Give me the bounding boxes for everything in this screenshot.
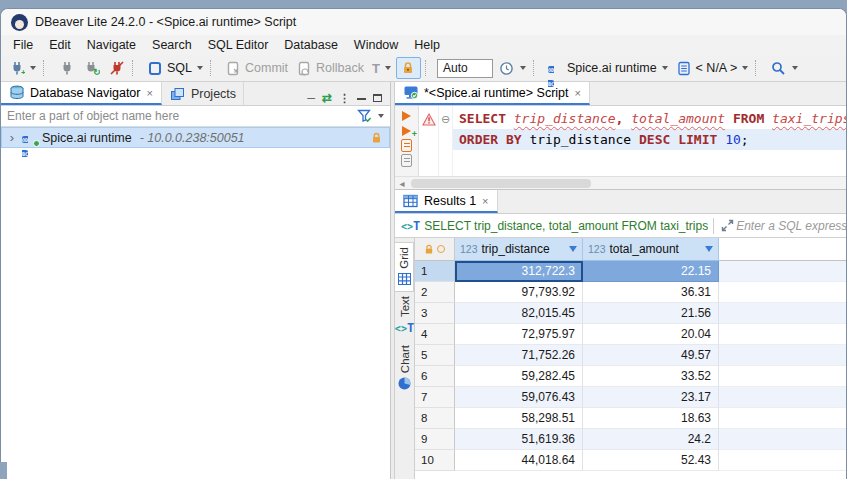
maximize-icon[interactable] [373, 94, 382, 102]
grid-cell[interactable]: 97,793.92 [455, 282, 583, 303]
execute-script-disabled-button[interactable] [401, 154, 412, 167]
editor-hscrollbar[interactable]: ◂ [395, 176, 846, 189]
menu-item-edit[interactable]: Edit [41, 35, 79, 55]
grid-cell[interactable]: 23.17 [583, 387, 719, 408]
connect-button[interactable] [55, 57, 78, 79]
rollback-button[interactable]: Rollback [293, 57, 367, 79]
sort-desc-icon[interactable] [705, 246, 713, 252]
tab-database-navigator[interactable]: Database Navigator × [1, 82, 162, 105]
tab-results-1[interactable]: Results 1 × [395, 190, 498, 213]
grid-cell[interactable]: 44,018.64 [455, 450, 583, 471]
row-number[interactable]: 4 [415, 324, 455, 345]
commit-button[interactable]: Commit [222, 57, 291, 79]
transaction-mode-button[interactable]: T [369, 57, 394, 79]
sql-line[interactable]: ORDER BY trip_distance DESC LIMIT 10; [453, 129, 846, 150]
scroll-left-icon[interactable]: ◂ [395, 178, 409, 189]
grid-cell[interactable]: 58,298.51 [455, 408, 583, 429]
sort-desc-icon[interactable] [569, 246, 577, 252]
collapse-all-icon[interactable]: ─ [307, 92, 315, 104]
sql-text-area[interactable]: SELECT trip_distance, total_amount FROM … [453, 106, 846, 176]
close-icon[interactable]: × [481, 195, 489, 207]
fold-margin[interactable]: ⊖ [439, 106, 453, 176]
tab-chart[interactable]: Chart [395, 341, 414, 396]
menu-item-help[interactable]: Help [406, 35, 448, 55]
search-button[interactable] [767, 57, 801, 79]
disconnect-button[interactable] [105, 57, 128, 79]
transaction-log-button[interactable] [495, 57, 529, 79]
menu-item-sql-editor[interactable]: SQL Editor [200, 35, 277, 55]
row-number[interactable]: 2 [415, 282, 455, 303]
grid-cell[interactable]: 52.43 [583, 450, 719, 471]
object-name-filter-input[interactable] [1, 106, 350, 126]
grid-cell[interactable]: 59,076.43 [455, 387, 583, 408]
grid-cell[interactable]: 59,282.45 [455, 366, 583, 387]
execute-new-tab-button[interactable]: + [402, 124, 411, 137]
chevron-down-icon[interactable] [662, 66, 668, 70]
row-number[interactable]: 10 [415, 450, 455, 471]
grid-cell[interactable]: 51,619.36 [455, 429, 583, 450]
active-database-combo[interactable]: < N/A > [673, 57, 752, 79]
fold-marker[interactable]: ⊖ [439, 109, 452, 130]
scrollbar-thumb[interactable] [411, 179, 591, 188]
chevron-down-icon[interactable] [197, 66, 203, 70]
execute-script-button[interactable] [401, 139, 412, 152]
menu-item-navigate[interactable]: Navigate [79, 35, 144, 55]
tree-item-connection[interactable]: › ODBC Spice.ai runtime - 10.0.0.238:500… [1, 127, 390, 148]
active-connection-combo[interactable]: ODBC Spice.ai runtime [545, 57, 671, 79]
grid-cell[interactable]: 24.2 [583, 429, 719, 450]
filter-settings-button[interactable] [350, 108, 390, 125]
tab-text[interactable]: Text <>T [395, 292, 414, 341]
tab-projects[interactable]: Projects [162, 82, 244, 105]
row-number[interactable]: 1 [415, 261, 455, 282]
menu-item-database[interactable]: Database [276, 35, 346, 55]
row-number[interactable]: 9 [415, 429, 455, 450]
chevron-down-icon[interactable] [792, 66, 798, 70]
expander-icon[interactable]: › [6, 130, 18, 145]
row-number[interactable]: 5 [415, 345, 455, 366]
chevron-down-icon[interactable] [742, 66, 748, 70]
menu-item-search[interactable]: Search [144, 35, 200, 55]
close-icon[interactable]: × [145, 87, 153, 99]
minimize-icon[interactable] [357, 97, 366, 100]
fold-marker[interactable] [439, 130, 452, 151]
view-menu-icon[interactable]: ⋮ [339, 92, 350, 105]
sql-line[interactable]: SELECT trip_distance, total_amount FROM … [453, 108, 846, 129]
column-header-total-amount[interactable]: 123 total_amount [583, 238, 719, 261]
row-number[interactable]: 7 [415, 387, 455, 408]
connection-lock-button[interactable] [396, 57, 421, 79]
close-icon[interactable]: × [574, 87, 582, 99]
tab-script-editor[interactable]: *<Spice.ai runtime> Script × [395, 82, 590, 105]
tab-grid[interactable]: Grid [395, 242, 414, 292]
grid-cell[interactable]: 82,015.45 [455, 303, 583, 324]
grid-corner-cell[interactable] [415, 238, 455, 261]
grid-cell[interactable]: 22.15 [583, 261, 719, 282]
chevron-down-icon[interactable] [385, 66, 391, 70]
grid-cell[interactable]: 49.57 [583, 345, 719, 366]
sql-editor-button[interactable]: SQL [144, 57, 206, 79]
row-number[interactable]: 3 [415, 303, 455, 324]
link-with-editor-icon[interactable]: ⇄ [322, 91, 332, 105]
chevron-down-icon[interactable] [520, 66, 526, 70]
grid-cell[interactable]: 72,975.97 [455, 324, 583, 345]
row-number[interactable]: 8 [415, 408, 455, 429]
grid-cell[interactable]: 20.04 [583, 324, 719, 345]
grid-cell[interactable]: 36.31 [583, 282, 719, 303]
reconnect-button[interactable]: ↻ [80, 57, 103, 79]
expand-filter-icon[interactable] [719, 217, 736, 234]
execute-statement-button[interactable] [402, 109, 411, 122]
chevron-down-icon[interactable] [30, 66, 36, 70]
result-filter-input[interactable] [736, 219, 846, 233]
grid-cell[interactable]: 33.52 [583, 366, 719, 387]
row-filler [719, 324, 846, 345]
menu-item-file[interactable]: File [5, 35, 41, 55]
menu-item-window[interactable]: Window [346, 35, 406, 55]
grid-cell[interactable]: 71,752.26 [455, 345, 583, 366]
chevron-down-icon[interactable] [378, 114, 384, 118]
new-connection-button[interactable]: + [5, 57, 39, 79]
grid-cell[interactable]: 21.56 [583, 303, 719, 324]
row-number[interactable]: 6 [415, 366, 455, 387]
grid-cell[interactable]: 312,722.3 [455, 261, 583, 282]
column-header-trip-distance[interactable]: 123 trip_distance [455, 238, 583, 261]
auto-commit-combo[interactable]: Auto [437, 59, 493, 78]
grid-cell[interactable]: 18.63 [583, 408, 719, 429]
